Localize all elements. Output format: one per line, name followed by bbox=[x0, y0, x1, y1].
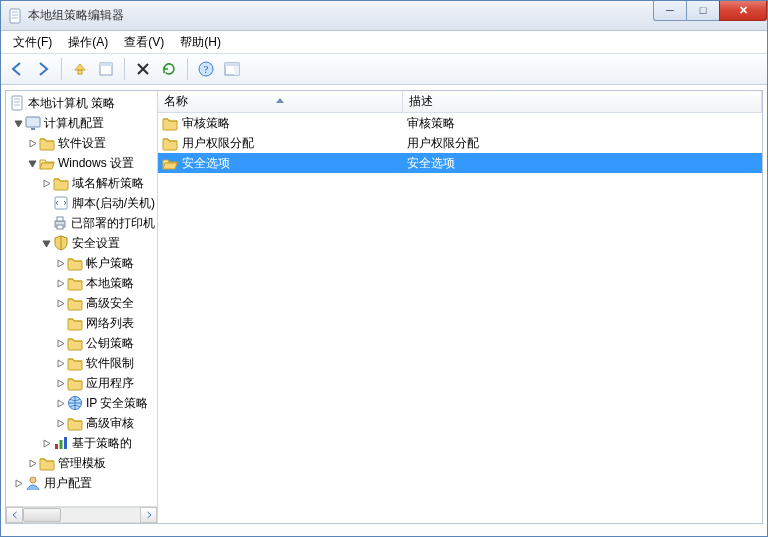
tree-advanced-audit[interactable]: 高级审核 bbox=[86, 415, 134, 432]
tree-security-settings[interactable]: 安全设置 bbox=[72, 235, 120, 252]
scroll-right-button[interactable] bbox=[140, 507, 157, 523]
menu-action[interactable]: 操作(A) bbox=[60, 32, 116, 53]
toolbar-sep-2 bbox=[124, 58, 125, 80]
folder-icon bbox=[67, 315, 83, 331]
user-icon bbox=[25, 475, 41, 491]
tree-pubkey[interactable]: 公钥策略 bbox=[86, 335, 134, 352]
app-window: 本地组策略编辑器 ─ □ ✕ 文件(F) 操作(A) 查看(V) 帮助(H) bbox=[0, 0, 768, 537]
folder-icon bbox=[67, 335, 83, 351]
tree-root[interactable]: 本地计算机 策略 bbox=[28, 95, 115, 112]
tree-advanced-sec[interactable]: 高级安全 bbox=[86, 295, 134, 312]
column-name[interactable]: 名称 bbox=[158, 91, 403, 112]
tree-local-policy[interactable]: 本地策略 bbox=[86, 275, 134, 292]
expander-icon[interactable] bbox=[12, 477, 24, 489]
maximize-button[interactable]: □ bbox=[686, 1, 720, 21]
expander-icon[interactable] bbox=[26, 157, 38, 169]
list-pane: 名称 描述 审核策略审核策略用户权限分配用户权限分配安全选项安全选项 bbox=[158, 91, 762, 523]
tree-software-restrict[interactable]: 软件限制 bbox=[86, 355, 134, 372]
tree-scripts[interactable]: 脚本(启动/关机) bbox=[72, 195, 155, 212]
scroll-track[interactable] bbox=[23, 507, 140, 523]
back-button[interactable] bbox=[5, 57, 29, 81]
minimize-button[interactable]: ─ bbox=[653, 1, 687, 21]
expander-icon[interactable] bbox=[54, 337, 66, 349]
expander-icon[interactable] bbox=[40, 177, 52, 189]
expander-icon[interactable] bbox=[26, 457, 38, 469]
refresh-button[interactable] bbox=[157, 57, 181, 81]
menubar: 文件(F) 操作(A) 查看(V) 帮助(H) bbox=[1, 31, 767, 53]
doc-icon bbox=[9, 95, 25, 111]
script-icon bbox=[53, 195, 69, 211]
statusbar bbox=[1, 528, 767, 536]
expander-icon[interactable] bbox=[40, 437, 52, 449]
tree-app[interactable]: 应用程序 bbox=[86, 375, 134, 392]
folder-icon bbox=[67, 295, 83, 311]
list-row-name: 安全选项 bbox=[182, 155, 230, 172]
globe-icon bbox=[67, 395, 83, 411]
folder-icon bbox=[67, 255, 83, 271]
window-title: 本地组策略编辑器 bbox=[28, 7, 654, 24]
expander-icon[interactable] bbox=[54, 357, 66, 369]
tree-user-config[interactable]: 用户配置 bbox=[44, 475, 92, 492]
titlebar: 本地组策略编辑器 ─ □ ✕ bbox=[1, 1, 767, 31]
menu-file[interactable]: 文件(F) bbox=[5, 32, 60, 53]
list-row-name: 审核策略 bbox=[182, 115, 230, 132]
scroll-left-button[interactable] bbox=[6, 507, 23, 523]
tree-policy-based[interactable]: 基于策略的 bbox=[72, 435, 132, 452]
folder-icon bbox=[162, 115, 178, 131]
list-row-name: 用户权限分配 bbox=[182, 135, 254, 152]
expander-icon[interactable] bbox=[54, 257, 66, 269]
close-button[interactable]: ✕ bbox=[719, 1, 767, 21]
folder-icon bbox=[162, 135, 178, 151]
show-pane-button[interactable] bbox=[220, 57, 244, 81]
expander-icon[interactable] bbox=[54, 277, 66, 289]
toolbar-sep-3 bbox=[187, 58, 188, 80]
help-button[interactable] bbox=[194, 57, 218, 81]
window-buttons: ─ □ ✕ bbox=[654, 1, 767, 30]
monitor-icon bbox=[25, 115, 41, 131]
forward-button[interactable] bbox=[31, 57, 55, 81]
tree-dns[interactable]: 域名解析策略 bbox=[72, 175, 144, 192]
tree-admin-templates[interactable]: 管理模板 bbox=[58, 455, 106, 472]
folder-open-icon bbox=[39, 155, 55, 171]
menu-view[interactable]: 查看(V) bbox=[116, 32, 172, 53]
tree-deployed[interactable]: 已部署的打印机 bbox=[71, 215, 155, 232]
tree-account-policy[interactable]: 帐户策略 bbox=[86, 255, 134, 272]
folder-icon bbox=[67, 275, 83, 291]
expander-icon[interactable] bbox=[54, 297, 66, 309]
printer-icon bbox=[52, 215, 68, 231]
tree-hscrollbar[interactable] bbox=[6, 506, 157, 523]
toolbar bbox=[1, 53, 767, 85]
list-row[interactable]: 审核策略审核策略 bbox=[158, 113, 762, 133]
folder-icon bbox=[39, 135, 55, 151]
tree-computer-config[interactable]: 计算机配置 bbox=[44, 115, 104, 132]
tree-windows-settings[interactable]: Windows 设置 bbox=[58, 155, 134, 172]
expander-icon[interactable] bbox=[12, 117, 24, 129]
folder-icon bbox=[39, 455, 55, 471]
column-desc-label: 描述 bbox=[409, 93, 433, 110]
up-level-button[interactable] bbox=[68, 57, 92, 81]
tree-software-settings[interactable]: 软件设置 bbox=[58, 135, 106, 152]
list-row-desc: 审核策略 bbox=[403, 115, 762, 132]
scroll-thumb[interactable] bbox=[23, 508, 61, 522]
expander-icon[interactable] bbox=[54, 417, 66, 429]
expander-icon[interactable] bbox=[26, 137, 38, 149]
list-header: 名称 描述 bbox=[158, 91, 762, 113]
expander-icon[interactable] bbox=[54, 377, 66, 389]
tree-pane: 本地计算机 策略 计算机配置 bbox=[6, 91, 158, 523]
app-icon bbox=[7, 8, 23, 24]
tree-network[interactable]: 网络列表 bbox=[86, 315, 134, 332]
list-body[interactable]: 审核策略审核策略用户权限分配用户权限分配安全选项安全选项 bbox=[158, 113, 762, 523]
splitter-wrap: 本地计算机 策略 计算机配置 bbox=[5, 90, 763, 524]
expander-icon[interactable] bbox=[40, 237, 52, 249]
expander-icon[interactable] bbox=[54, 397, 66, 409]
menu-help[interactable]: 帮助(H) bbox=[172, 32, 229, 53]
list-row[interactable]: 安全选项安全选项 bbox=[158, 153, 762, 173]
list-row[interactable]: 用户权限分配用户权限分配 bbox=[158, 133, 762, 153]
delete-button[interactable] bbox=[131, 57, 155, 81]
folder-icon bbox=[67, 355, 83, 371]
folder-icon bbox=[67, 375, 83, 391]
tree-ipsec[interactable]: IP 安全策略 bbox=[86, 395, 148, 412]
column-desc[interactable]: 描述 bbox=[403, 91, 762, 112]
properties-button[interactable] bbox=[94, 57, 118, 81]
tree[interactable]: 本地计算机 策略 计算机配置 bbox=[6, 91, 157, 506]
